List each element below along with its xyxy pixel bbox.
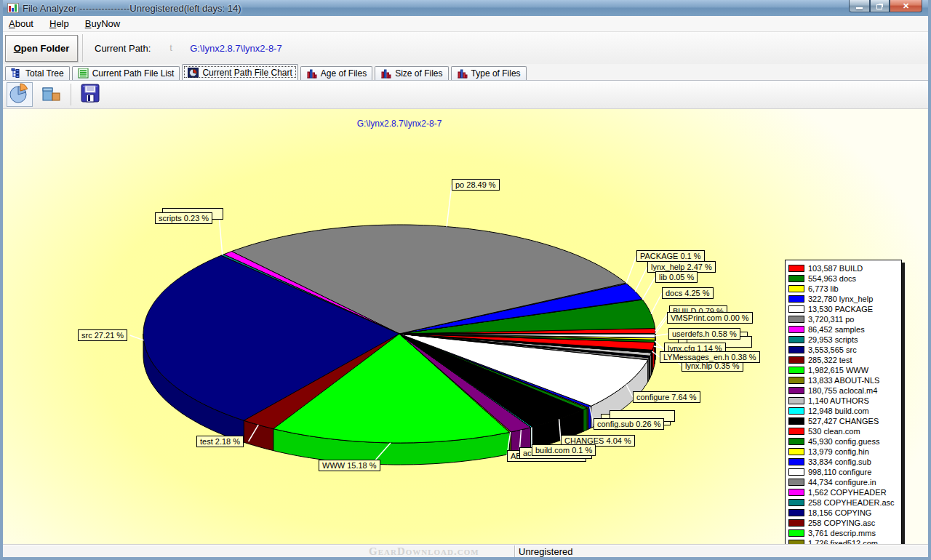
legend-item: 13,530 PACKAGE xyxy=(788,304,900,314)
window-title: File Analyzer ----------------Unregister… xyxy=(23,3,241,14)
legend-swatch xyxy=(788,397,804,404)
legend-item: 45,930 config.guess xyxy=(788,436,900,447)
legend-item: 103,587 BUILD xyxy=(788,263,900,273)
legend-label: 44,734 configure.in xyxy=(808,478,876,487)
legend-swatch xyxy=(788,305,804,313)
up-level-icon[interactable]: t xyxy=(169,42,172,54)
legend-label: 33,834 config.sub xyxy=(808,457,871,466)
tab-total-tree[interactable]: Total Tree xyxy=(5,66,70,80)
legend-item: 18,156 COPYING xyxy=(788,508,900,518)
tab-bar: Total TreeCurrent Path File ListCurrent … xyxy=(3,64,928,80)
pie-big-icon xyxy=(9,83,31,106)
current-path-value: G:\lynx2.8.7\lynx2-8-7 xyxy=(190,43,281,54)
legend-item: 322,780 lynx_help xyxy=(788,294,900,304)
legend-label: 554,963 docs xyxy=(808,274,856,283)
tab-age-of-files[interactable]: Age of Files xyxy=(300,66,372,80)
caption-buttons: ✕ xyxy=(849,0,922,12)
legend-label: 530 clean.com xyxy=(808,427,860,436)
legend-item: 258 COPYHEADER.asc xyxy=(788,497,900,508)
tab-label: Current Path File Chart xyxy=(202,68,292,78)
tab-type-of-files[interactable]: Type of Files xyxy=(451,66,527,80)
tab-current-path-file-list[interactable]: Current Path File List xyxy=(72,66,180,80)
legend-item: 1,726 fixed512.com xyxy=(788,538,900,544)
legend-swatch xyxy=(788,316,804,323)
legend-label: 45,930 config.guess xyxy=(808,437,879,446)
chart-panel: G:\lynx2.8.7\lynx2-8-7 po 28.49 %scripts… xyxy=(3,109,928,544)
list-icon xyxy=(78,68,89,79)
tree-icon xyxy=(11,68,22,79)
legend-swatch xyxy=(788,479,804,486)
bar-chart-button[interactable] xyxy=(39,82,65,107)
pie-tab-icon xyxy=(188,68,199,78)
legend-label: 258 COPYING.asc xyxy=(808,519,875,527)
menubar: AboutHelpBuyNow xyxy=(3,16,928,32)
close-button[interactable]: ✕ xyxy=(890,0,922,12)
tab-label: Age of Files xyxy=(321,68,367,79)
legend-swatch xyxy=(788,509,804,516)
legend-item: 6,773 lib xyxy=(788,284,900,294)
menu-item-help[interactable]: Help xyxy=(49,18,69,29)
bar-icon xyxy=(380,68,391,79)
legend-swatch xyxy=(788,407,804,415)
legend-label: 86,452 samples xyxy=(808,325,865,334)
tab-size-of-files[interactable]: Size of Files xyxy=(375,66,448,80)
legend-item: 1,562 COPYHEADER xyxy=(788,487,900,497)
legend-label: 18,156 COPYING xyxy=(808,508,871,517)
watermark-text: GearDownload.com xyxy=(369,545,479,558)
restore-button[interactable] xyxy=(870,0,890,12)
legend-swatch xyxy=(788,417,804,425)
legend-swatch xyxy=(788,387,804,394)
tab-label: Current Path File List xyxy=(92,68,175,79)
open-folder-button[interactable]: Open Folder xyxy=(5,35,78,62)
legend-label: 258 COPYHEADER.asc xyxy=(808,498,895,507)
toolbar-separator xyxy=(71,84,71,105)
bar-icon xyxy=(306,68,317,79)
menu-item-buynow[interactable]: BuyNow xyxy=(85,18,120,29)
bar-big-icon xyxy=(41,84,62,105)
legend-label: 180,755 aclocal.m4 xyxy=(808,386,877,395)
chart-toolbar xyxy=(3,80,928,109)
chart-legend: 103,587 BUILD554,963 docs6,773 lib322,78… xyxy=(785,260,902,544)
floppy-icon xyxy=(81,84,100,105)
legend-label: 3,720,311 po xyxy=(808,315,854,324)
main-toolbar: Open Folder Current Path: t G:\lynx2.8.7… xyxy=(3,32,928,64)
pie-chart-button[interactable] xyxy=(7,82,33,107)
minimize-button[interactable] xyxy=(849,0,870,12)
legend-item: 12,948 build.com xyxy=(788,406,900,416)
legend-swatch xyxy=(788,428,804,435)
status-divider xyxy=(514,545,515,557)
menu-item-about[interactable]: About xyxy=(9,18,33,29)
legend-swatch xyxy=(788,295,804,303)
legend-item: 1,140 AUTHORS xyxy=(788,396,900,406)
minimize-icon xyxy=(856,7,863,9)
legend-item: 44,734 configure.in xyxy=(788,477,900,487)
pie-label-build.com: build.com 0.1 % xyxy=(532,444,596,456)
tab-current-path-file-chart[interactable]: Current Path File Chart xyxy=(182,64,297,80)
pie-label-lymessages_en.h: LYMessages_en.h 0.38 % xyxy=(660,351,760,363)
app-icon xyxy=(7,3,19,13)
pie-label-config.sub: config.sub 0.26 % xyxy=(594,418,664,430)
restore-icon xyxy=(876,4,882,9)
legend-swatch xyxy=(788,275,804,282)
legend-item: 29,953 scripts xyxy=(788,335,900,345)
pie-label-lib: lib 0.05 % xyxy=(655,271,698,283)
pie-label-www: WWW 15.18 % xyxy=(319,460,380,471)
tab-label: Total Tree xyxy=(25,68,64,79)
bar-icon xyxy=(457,68,468,79)
status-registration: Unregistered xyxy=(519,546,577,557)
legend-item: 3,720,311 po xyxy=(788,314,900,324)
legend-swatch xyxy=(788,346,804,353)
status-bar: GearDownload.com Unregistered xyxy=(3,544,928,557)
legend-label: 1,562 COPYHEADER xyxy=(808,488,887,497)
legend-item: 180,755 aclocal.m4 xyxy=(788,385,900,396)
legend-item: 554,963 docs xyxy=(788,273,900,284)
legend-label: 1,726 fixed512.com xyxy=(808,539,878,544)
pie-label-userdefs.h: userdefs.h 0.58 % xyxy=(668,328,740,340)
legend-item: 86,452 samples xyxy=(788,324,900,335)
app-window: File Analyzer ----------------Unregister… xyxy=(0,0,931,560)
save-button[interactable] xyxy=(77,82,103,107)
pie-label-src: src 27.21 % xyxy=(78,329,127,341)
legend-swatch xyxy=(788,468,804,476)
legend-item: 258 COPYING.asc xyxy=(788,518,900,528)
current-path-label: Current Path: xyxy=(95,43,151,54)
